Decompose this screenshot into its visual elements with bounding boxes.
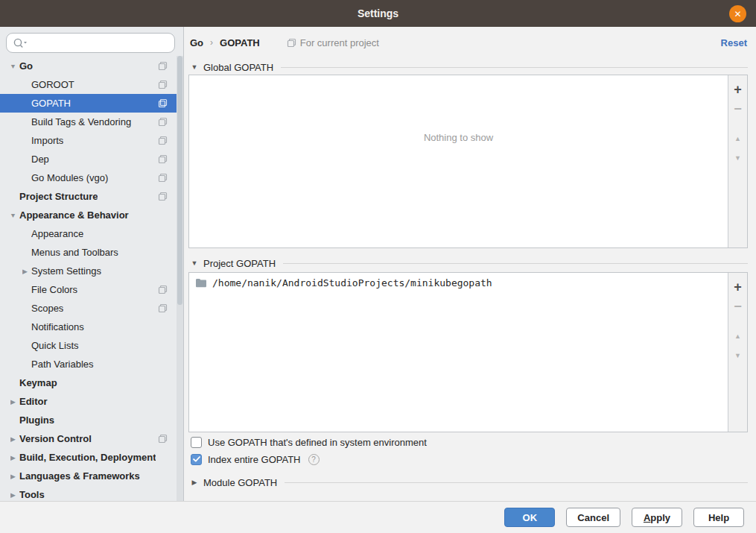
project-gopath-list-panel: /home/nanik/AndroidStudioProjects/miniku… bbox=[188, 272, 748, 432]
dialog-footer: OK Cancel Apply Help bbox=[0, 501, 756, 533]
global-gopath-list[interactable]: Nothing to show bbox=[189, 75, 728, 247]
sidebar-item-notifications[interactable]: Notifications bbox=[0, 318, 177, 336]
cancel-button[interactable]: Cancel bbox=[566, 508, 620, 527]
sidebar-item-label: Languages & Frameworks bbox=[19, 470, 140, 482]
add-button[interactable]: + bbox=[731, 277, 746, 297]
global-gopath-toolbar: + − ▲ ▼ bbox=[728, 75, 747, 247]
sidebar-item-label: Dep bbox=[31, 154, 49, 165]
gopath-settings-panel: Go › GOPATH For current project Reset ▼ … bbox=[184, 27, 756, 501]
chevron-expanded-icon[interactable]: ▼ bbox=[7, 63, 19, 70]
sidebar-item-goroot[interactable]: GOROOT bbox=[0, 75, 177, 94]
sidebar-item-menus-and-toolbars[interactable]: Menus and Toolbars bbox=[0, 243, 177, 262]
remove-button[interactable]: − bbox=[731, 297, 746, 316]
scope-label: For current project bbox=[300, 37, 379, 48]
chevron-collapsed-icon[interactable]: ▶ bbox=[7, 454, 19, 461]
breadcrumb-separator-icon: › bbox=[210, 37, 213, 48]
scrollbar-thumb[interactable] bbox=[177, 56, 182, 305]
sidebar-item-label: Appearance bbox=[31, 228, 83, 239]
sidebar-item-gopath[interactable]: GOPATH bbox=[0, 94, 183, 113]
search-icon bbox=[13, 37, 29, 49]
chevron-collapsed-icon[interactable]: ▶ bbox=[7, 473, 19, 480]
apply-button[interactable]: Apply bbox=[632, 508, 682, 527]
move-down-button[interactable]: ▼ bbox=[731, 346, 746, 365]
sidebar-item-go-modules-vgo[interactable]: Go Modules (vgo) bbox=[0, 168, 177, 187]
sidebar-item-quick-lists[interactable]: Quick Lists bbox=[0, 336, 177, 355]
help-icon[interactable]: ? bbox=[308, 454, 320, 465]
sidebar-item-keymap[interactable]: Keymap bbox=[0, 373, 177, 392]
close-button[interactable]: ✕ bbox=[729, 5, 746, 22]
sidebar-item-label: Path Variables bbox=[31, 359, 94, 370]
section-rule bbox=[285, 482, 748, 483]
ok-button[interactable]: OK bbox=[504, 508, 555, 527]
sidebar-item-imports[interactable]: Imports bbox=[0, 131, 177, 150]
sidebar-item-tools[interactable]: ▶Tools bbox=[0, 485, 177, 501]
search-input[interactable] bbox=[31, 34, 174, 52]
move-down-button[interactable]: ▼ bbox=[731, 148, 746, 168]
sidebar-item-plugins[interactable]: Plugins bbox=[0, 411, 177, 429]
checkmark-icon bbox=[193, 456, 200, 462]
gopath-entry[interactable]: /home/nanik/AndroidStudioProjects/miniku… bbox=[189, 273, 728, 293]
sidebar-item-label: Appearance & Behavior bbox=[19, 209, 129, 221]
sidebar-item-system-settings[interactable]: ▶System Settings bbox=[0, 262, 177, 280]
section-title: Global GOPATH bbox=[203, 62, 273, 73]
expand-triangle-icon[interactable]: ▶ bbox=[191, 479, 198, 486]
sidebar-item-scopes[interactable]: Scopes bbox=[0, 299, 177, 318]
remove-button[interactable]: − bbox=[731, 99, 746, 119]
sidebar-item-build-execution-deployment[interactable]: ▶Build, Execution, Deployment bbox=[0, 448, 177, 467]
search-box[interactable] bbox=[6, 33, 175, 53]
titlebar: Settings ✕ bbox=[0, 0, 756, 27]
breadcrumb-page: GOPATH bbox=[220, 37, 260, 48]
chevron-collapsed-icon[interactable]: ▶ bbox=[7, 398, 19, 406]
collapse-triangle-icon[interactable]: ▼ bbox=[191, 259, 198, 267]
move-up-button[interactable]: ▲ bbox=[731, 129, 746, 148]
section-title: Project GOPATH bbox=[203, 258, 276, 269]
help-button[interactable]: Help bbox=[693, 508, 744, 527]
sidebar-item-label: Menus and Toolbars bbox=[31, 247, 118, 258]
settings-window: Settings ✕ ▼Go GOROOT GOPATH Build Tags … bbox=[0, 0, 756, 533]
sidebar-item-build-tags-vendoring[interactable]: Build Tags & Vendoring bbox=[0, 113, 177, 131]
sidebar-item-label: Project Structure bbox=[19, 191, 98, 202]
breadcrumb-root[interactable]: Go bbox=[190, 37, 203, 48]
chevron-expanded-icon[interactable]: ▼ bbox=[7, 212, 19, 219]
chevron-collapsed-icon[interactable]: ▶ bbox=[19, 268, 31, 275]
current-project-badge-icon bbox=[158, 154, 168, 164]
sidebar-item-label: Notifications bbox=[31, 321, 84, 332]
sidebar-item-editor[interactable]: ▶Editor bbox=[0, 392, 177, 411]
sidebar-item-label: Imports bbox=[31, 135, 63, 146]
reset-link[interactable]: Reset bbox=[721, 37, 747, 48]
sidebar-scrollbar[interactable] bbox=[177, 56, 183, 501]
current-project-badge-icon bbox=[287, 38, 296, 48]
sidebar-item-appearance[interactable]: Appearance bbox=[0, 224, 177, 243]
sidebar-item-path-variables[interactable]: Path Variables bbox=[0, 355, 177, 373]
sidebar-item-label: Editor bbox=[19, 396, 48, 407]
project-gopath-list[interactable]: /home/nanik/AndroidStudioProjects/miniku… bbox=[189, 273, 728, 432]
move-up-button[interactable]: ▲ bbox=[731, 327, 746, 346]
global-gopath-list-panel: Nothing to show + − ▲ ▼ bbox=[188, 75, 748, 248]
option-index-entire-gopath[interactable]: Index entire GOPATH ? bbox=[191, 452, 320, 466]
current-project-badge-icon bbox=[158, 117, 168, 127]
collapse-triangle-icon[interactable]: ▼ bbox=[191, 63, 198, 71]
sidebar-item-file-colors[interactable]: File Colors bbox=[0, 280, 177, 299]
sidebar-item-dep[interactable]: Dep bbox=[0, 150, 177, 168]
sidebar-item-languages-frameworks[interactable]: ▶Languages & Frameworks bbox=[0, 467, 177, 485]
sidebar-item-label: Build, Execution, Deployment bbox=[19, 452, 156, 463]
breadcrumb: Go › GOPATH For current project Reset bbox=[190, 34, 747, 51]
window-title: Settings bbox=[358, 7, 398, 19]
chevron-collapsed-icon[interactable]: ▶ bbox=[7, 435, 19, 443]
chevron-collapsed-icon[interactable]: ▶ bbox=[7, 491, 19, 499]
add-button[interactable]: + bbox=[731, 80, 746, 99]
sidebar-item-label: Quick Lists bbox=[31, 340, 79, 351]
sidebar-item-version-control[interactable]: ▶Version Control bbox=[0, 429, 177, 448]
checkbox-unchecked[interactable] bbox=[191, 437, 202, 448]
sidebar-item-label: Keymap bbox=[19, 377, 57, 388]
sidebar-item-project-structure[interactable]: Project Structure bbox=[0, 187, 177, 206]
sidebar-item-go[interactable]: ▼Go bbox=[0, 57, 177, 75]
sidebar-item-appearance-behavior[interactable]: ▼Appearance & Behavior bbox=[0, 206, 177, 224]
ok-button-label: OK bbox=[523, 512, 538, 523]
option-use-system-gopath[interactable]: Use GOPATH that's defined in system envi… bbox=[191, 435, 427, 449]
sidebar-item-label: GOPATH bbox=[31, 98, 71, 109]
checkbox-checked[interactable] bbox=[191, 454, 202, 465]
current-project-badge-icon bbox=[158, 136, 168, 145]
section-rule bbox=[283, 263, 748, 264]
current-project-badge-icon bbox=[158, 98, 168, 108]
